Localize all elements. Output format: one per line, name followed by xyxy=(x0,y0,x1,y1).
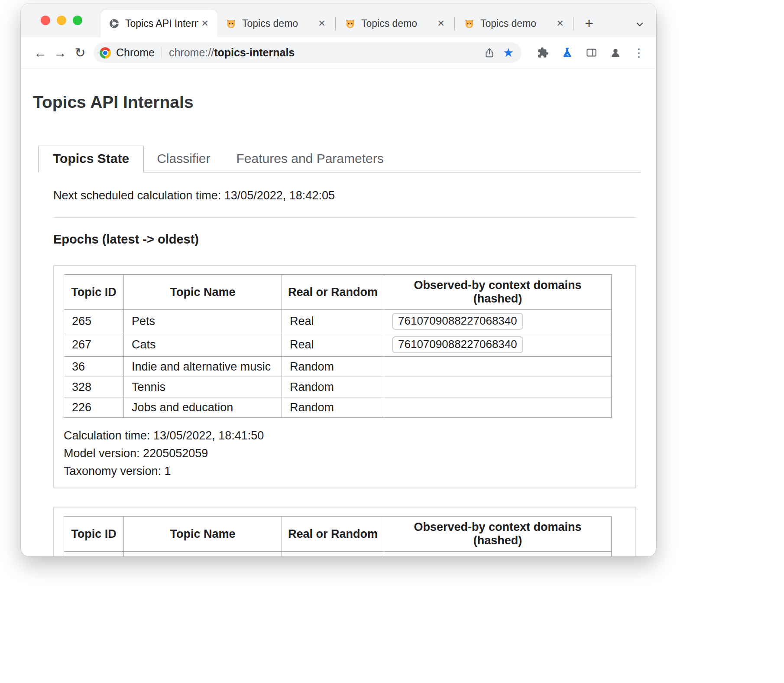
model-version: Model version: 2205052059 xyxy=(64,447,626,460)
table-row: 36 Indie and alternative music Random xyxy=(64,357,612,377)
close-tab-icon[interactable]: ✕ xyxy=(198,17,211,30)
topic-name-cell: Indie and alternative music xyxy=(124,357,282,377)
fullscreen-window-button[interactable] xyxy=(73,16,82,25)
observed-by-cell: 7610709088227068340 xyxy=(384,333,612,357)
side-panel-icon[interactable] xyxy=(583,44,600,62)
profile-avatar-icon[interactable] xyxy=(607,44,624,62)
col-real-or-random: Real or Random xyxy=(282,275,384,310)
browser-window: Topics API Intern ✕ Topics demo ✕ xyxy=(21,3,656,556)
epoch-topics-table: Topic ID Topic Name Real or Random Obser… xyxy=(64,274,612,418)
hashed-domain-value: 7610709088227068340 xyxy=(392,336,523,353)
topic-name-cell: Tennis xyxy=(124,377,282,397)
col-real-or-random: Real or Random xyxy=(282,517,384,552)
cat-icon xyxy=(225,18,236,29)
col-topic-name: Topic Name xyxy=(124,275,282,310)
col-observed-by: Observed-by context domains (hashed) xyxy=(384,517,612,552)
close-window-button[interactable] xyxy=(41,16,50,25)
epoch-card-older: Topic ID Topic Name Real or Random Obser… xyxy=(53,507,636,556)
col-topic-id: Topic ID xyxy=(64,517,124,552)
topic-name-cell: Printing and publishing xyxy=(124,552,282,557)
table-row: 328 Tennis Random xyxy=(64,377,612,397)
chrome-page-icon xyxy=(108,18,120,29)
url-text: chrome://topics-internals xyxy=(169,46,476,59)
page-title: Topics API Internals xyxy=(33,93,641,112)
minimize-window-button[interactable] xyxy=(57,16,66,25)
real-or-random-cell: Random xyxy=(282,552,384,557)
observed-by-cell: 7610709088227068340 xyxy=(384,310,612,333)
table-row: 123 Printing and publishing Random xyxy=(64,552,612,557)
page-tab-bar: Topics State Classifier Features and Par… xyxy=(38,146,641,172)
close-tab-icon[interactable]: ✕ xyxy=(434,17,447,30)
real-or-random-cell: Real xyxy=(282,333,384,357)
topic-name-cell: Cats xyxy=(124,333,282,357)
browser-menu-kebab-icon[interactable]: ⋮ xyxy=(631,46,647,60)
observed-by-cell xyxy=(384,357,612,377)
calculation-time: Calculation time: 13/05/2022, 18:41:50 xyxy=(64,429,626,442)
omnibox-divider xyxy=(162,47,162,59)
tab-title: Topics demo xyxy=(361,18,434,29)
hashed-domain-value: 7610709088227068340 xyxy=(392,313,523,330)
browser-tab-topics-internals[interactable]: Topics API Intern ✕ xyxy=(100,10,217,37)
navigation-bar: ← → ↻ Chrome chrome://topics-internals ★ xyxy=(21,37,656,68)
tab-features-and-parameters[interactable]: Features and Parameters xyxy=(224,146,397,172)
tab-separator xyxy=(454,17,455,30)
tab-title: Topics demo xyxy=(242,18,315,29)
topic-name-cell: Pets xyxy=(124,310,282,333)
tab-title: Topics demo xyxy=(480,18,554,29)
close-tab-icon[interactable]: ✕ xyxy=(554,17,567,30)
site-name-label: Chrome xyxy=(116,46,155,59)
back-button[interactable]: ← xyxy=(30,43,50,63)
tab-strip: Topics API Intern ✕ Topics demo ✕ xyxy=(21,3,656,37)
chrome-logo-icon xyxy=(100,47,111,59)
url-host: topics-internals xyxy=(214,46,295,59)
browser-tab-topics-demo-3[interactable]: Topics demo ✕ xyxy=(456,10,573,37)
url-scheme: chrome:// xyxy=(169,46,214,59)
new-tab-button[interactable]: + xyxy=(580,14,598,32)
observed-by-cell xyxy=(384,397,612,418)
taxonomy-version: Taxonomy version: 1 xyxy=(64,465,626,478)
share-icon[interactable] xyxy=(484,47,495,59)
close-tab-icon[interactable]: ✕ xyxy=(315,17,328,30)
observed-by-cell xyxy=(384,552,612,557)
topic-id-cell: 267 xyxy=(64,333,124,357)
topics-state-panel: Next scheduled calculation time: 13/05/2… xyxy=(33,172,641,556)
epoch-card-latest: Topic ID Topic Name Real or Random Obser… xyxy=(53,265,636,488)
tab-title: Topics API Intern xyxy=(125,18,198,29)
real-or-random-cell: Random xyxy=(282,377,384,397)
real-or-random-cell: Random xyxy=(282,357,384,377)
col-topic-id: Topic ID xyxy=(64,275,124,310)
extensions-puzzle-icon[interactable] xyxy=(534,44,551,62)
observed-by-cell xyxy=(384,377,612,397)
table-header-row: Topic ID Topic Name Real or Random Obser… xyxy=(64,517,612,552)
browser-tab-topics-demo-2[interactable]: Topics demo ✕ xyxy=(337,10,454,37)
epoch-topics-table: Topic ID Topic Name Real or Random Obser… xyxy=(64,516,612,556)
bookmark-star-icon[interactable]: ★ xyxy=(503,47,514,59)
labs-flask-icon[interactable] xyxy=(558,44,576,62)
table-header-row: Topic ID Topic Name Real or Random Obser… xyxy=(64,275,612,310)
address-bar[interactable]: Chrome chrome://topics-internals ★ xyxy=(94,42,522,63)
tab-separator xyxy=(573,17,574,30)
topic-id-cell: 328 xyxy=(64,377,124,397)
toolbar-icons: ⋮ xyxy=(534,44,647,62)
tab-search-chevron-icon[interactable] xyxy=(635,19,645,29)
divider xyxy=(53,217,636,218)
topic-id-cell: 265 xyxy=(64,310,124,333)
next-calculation-time: Next scheduled calculation time: 13/05/2… xyxy=(53,189,636,202)
cat-icon xyxy=(344,18,356,29)
table-row: 226 Jobs and education Random xyxy=(64,397,612,418)
col-topic-name: Topic Name xyxy=(124,517,282,552)
browser-tab-topics-demo-1[interactable]: Topics demo ✕ xyxy=(217,10,334,37)
topic-name-cell: Jobs and education xyxy=(124,397,282,418)
tab-separator xyxy=(335,17,336,30)
forward-button[interactable]: → xyxy=(50,43,70,63)
table-row: 267 Cats Real 7610709088227068340 xyxy=(64,333,612,357)
tab-classifier[interactable]: Classifier xyxy=(144,146,223,172)
reload-button[interactable]: ↻ xyxy=(70,43,90,63)
real-or-random-cell: Random xyxy=(282,397,384,418)
epochs-heading: Epochs (latest -> oldest) xyxy=(53,232,636,247)
topic-id-cell: 36 xyxy=(64,357,124,377)
tab-topics-state[interactable]: Topics State xyxy=(38,146,144,172)
real-or-random-cell: Real xyxy=(282,310,384,333)
table-row: 265 Pets Real 7610709088227068340 xyxy=(64,310,612,333)
page-content: Topics API Internals Topics State Classi… xyxy=(21,93,656,556)
